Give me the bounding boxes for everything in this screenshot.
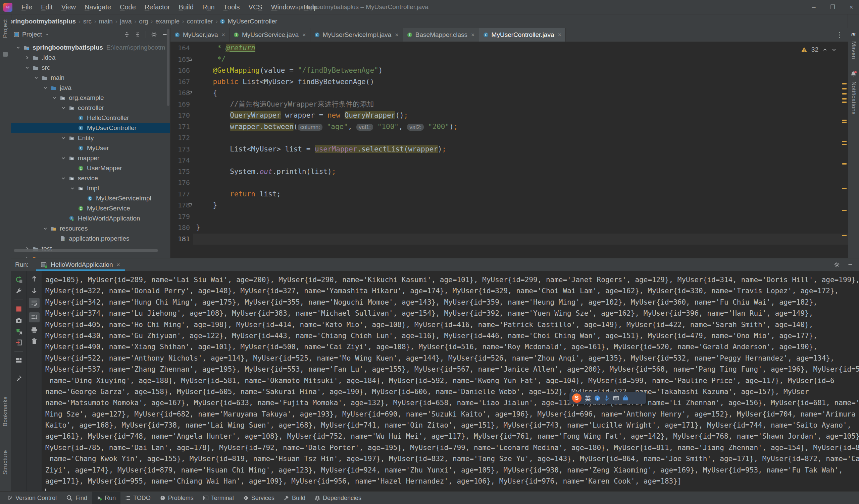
chevron-down-icon[interactable] [61,136,66,141]
fold-marker[interactable] [188,57,192,61]
statusbar-terminal[interactable]: Terminal [198,492,239,504]
pin-icon[interactable] [15,375,22,381]
tree-item-myuserservice[interactable]: IMyUserService [11,203,170,214]
exit-icon[interactable] [15,339,22,346]
rerun-icon[interactable] [15,276,22,283]
chevron-down-icon[interactable] [61,105,66,111]
warning-stripe-mark[interactable] [842,93,847,95]
statusbar-build[interactable]: Build [279,492,310,504]
tree-item-impl[interactable]: Impl [11,183,170,193]
project-tree-hscrollbar[interactable] [14,249,158,252]
warning-stripe-mark[interactable] [842,83,847,84]
warning-stripe-mark[interactable] [842,120,847,121]
sogou-logo-icon[interactable]: S [572,393,582,403]
chevron-down-icon[interactable] [61,176,66,181]
inspections-widget[interactable]: 32 [801,46,837,53]
breadcrumb-item[interactable]: example [155,18,180,25]
chevron-down-icon[interactable] [61,156,66,161]
tree-item-springbootmybatisplus[interactable]: springbootmybatisplusE:\learn\springboot… [11,43,170,52]
menu-run[interactable]: Run [198,0,219,14]
tree-item-myuserserviceimpl[interactable]: CMyUserServiceImpl [11,193,170,203]
scroll-to-end-toggle[interactable] [29,312,40,322]
panel-gear-icon[interactable] [151,32,157,37]
menu-code[interactable]: Code [116,0,140,14]
menu-edit[interactable]: Edit [36,0,57,14]
breadcrumb-item[interactable]: org [138,18,149,25]
statusbar-todo[interactable]: TODO [120,492,155,504]
chevron-down-icon[interactable] [43,226,48,231]
warning-stripe-mark[interactable] [842,235,847,236]
statusbar-run[interactable]: Run [92,492,120,504]
breadcrumb-item[interactable]: springbootmybatisplus [5,18,76,25]
statusbar-problems[interactable]: Problems [155,492,198,504]
maximize-button[interactable]: ❐ [827,4,838,11]
tab-close-icon[interactable]: × [222,31,226,38]
prev-warning-chevron-icon[interactable] [823,47,827,52]
breadcrumb-item[interactable]: src [82,18,92,25]
warning-stripe-mark[interactable] [842,98,847,99]
chevron-right-icon[interactable] [25,55,30,60]
tree-item-hellocontroller[interactable]: CHelloController [11,113,170,123]
chevron-down-icon[interactable] [25,65,30,70]
hide-panel-icon[interactable] [848,262,853,267]
tab-close-icon[interactable]: × [395,31,398,38]
warning-stripe-mark[interactable] [842,210,847,211]
fold-marker[interactable] [188,91,192,95]
tree-item-service[interactable]: service [11,173,170,183]
tree-item-controller[interactable]: controller [11,103,170,113]
chevron-down-icon[interactable] [70,186,75,191]
tab-close-icon[interactable]: × [302,31,306,38]
next-warning-chevron-icon[interactable] [831,47,837,52]
microphone-icon[interactable] [604,395,610,401]
bug-attach-icon[interactable] [15,328,22,335]
wrench-icon[interactable] [15,287,22,294]
tree-item-src[interactable]: src [11,63,170,73]
warning-stripe-mark[interactable] [842,88,847,90]
tree-item-mapper[interactable]: mapper [11,153,170,163]
fold-marker[interactable] [188,203,192,207]
code-text[interactable]: * @return */ @GetMapping(value = "/findB… [196,43,841,245]
up-arrow-icon[interactable] [31,276,37,283]
statusbar-dependencies[interactable]: Dependencies [310,492,366,504]
editor-tab-myuser-java[interactable]: CMyUser.java× [170,28,229,42]
breadcrumb-leaf[interactable]: CMyUserController [220,18,277,25]
notifications-bell-icon[interactable] [850,71,857,78]
editor-gutter[interactable]: 1641651661671681691701711721731741751761… [170,43,190,245]
hide-panel-icon[interactable] [162,32,167,37]
tree-item-main[interactable]: main [11,73,170,83]
chevron-down-icon[interactable] [52,95,57,100]
tab-close-icon[interactable]: × [471,31,475,38]
tree-item-usermapper[interactable]: IUserMapper [11,163,170,173]
tab-close-icon[interactable]: × [558,31,562,38]
tree-item-myusercontroller[interactable]: CMyUserController [11,123,170,133]
editor-tab-myuserservice-java[interactable]: IMyUserService.java× [229,28,310,42]
tree-item-java[interactable]: java [11,83,170,93]
menu-file[interactable]: File [17,0,36,14]
menu-build[interactable]: Build [174,0,198,14]
punctuation-icon[interactable]: , [594,395,600,401]
tree-item-resources[interactable]: resources [11,223,170,234]
tree-item-entity[interactable]: Entity [11,133,170,143]
breadcrumb-item[interactable]: java [119,18,133,25]
minimize-button[interactable]: – [809,3,819,11]
chevron-down-icon[interactable] [43,85,48,91]
tree-item-clipped[interactable] [11,254,170,258]
statusbar-services[interactable]: Services [239,492,279,504]
tree-item-.idea[interactable]: .idea [11,52,170,63]
warning-stripe-mark[interactable] [842,144,847,145]
menu-view[interactable]: View [57,0,80,14]
tree-item-myuser[interactable]: CMyUser [11,143,170,153]
warning-stripe-mark[interactable] [842,122,847,123]
tree-item-test[interactable]: test [11,243,170,254]
stop-icon[interactable] [15,305,22,313]
layout-icon[interactable] [15,357,22,364]
breadcrumb-item[interactable]: main [98,18,114,25]
menu-refactor[interactable]: Refactor [140,0,175,14]
tree-item-helloworldapplication[interactable]: CHelloWorldApplication [11,214,170,223]
editor-tab-myusercontroller-java[interactable]: CMyUserController.java× [479,28,566,42]
menu-window[interactable]: Window [267,0,299,14]
chevron-down-icon[interactable] [33,75,39,80]
menu-vcs[interactable]: VCS [244,0,267,14]
menu-tools[interactable]: Tools [219,0,244,14]
tool-stripe-commit-icon[interactable] [3,52,8,57]
